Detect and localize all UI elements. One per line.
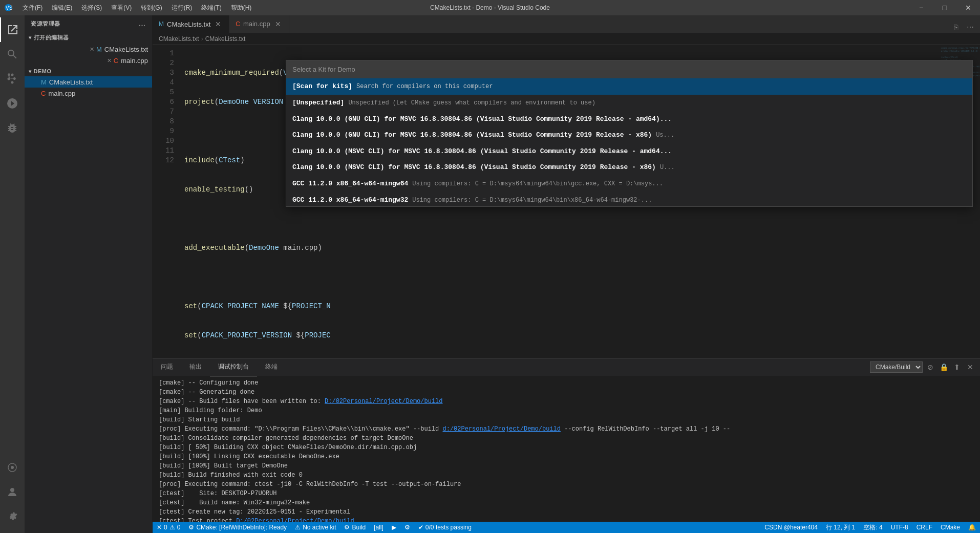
panel-line-10: [build] [100%] Built target DemoOne: [159, 461, 974, 471]
minimize-button[interactable]: −: [909, 0, 933, 15]
close-cpp-icon[interactable]: ✕: [105, 56, 114, 65]
panel-close-icon[interactable]: ✕: [965, 361, 976, 373]
status-csdn[interactable]: CSDN @heater404: [760, 522, 822, 533]
panel-lock-icon[interactable]: 🔒: [938, 361, 949, 373]
activity-debug[interactable]: [0, 91, 25, 116]
build-cmd-link[interactable]: d:/02Personal/Project/Demo/build: [443, 425, 561, 433]
tests-label: 0/0 tests passing: [425, 524, 472, 531]
kit-item-gcc-mingw64[interactable]: GCC 11.2.0 x86_64-w64-mingw64 Using comp…: [286, 176, 972, 192]
activity-remote[interactable]: [0, 455, 25, 480]
kit-item-clang-msvc-x86[interactable]: Clang 10.0.0 (MSVC CLI) for MSVC 16.8.30…: [286, 159, 972, 176]
open-cmake-name: CMakeLists.txt: [104, 46, 148, 53]
close-button[interactable]: ✕: [956, 0, 980, 15]
panel-line-7: [build] Consolidate compiler generated d…: [159, 434, 974, 443]
panel-maximize-icon[interactable]: ⬆: [951, 361, 963, 373]
status-run[interactable]: ▶: [388, 522, 400, 533]
menu-select[interactable]: 选择(S): [77, 2, 106, 14]
no-kit-icon: ⚠: [295, 524, 301, 531]
kit-item-scan[interactable]: [Scan for kits] Search for compilers on …: [286, 78, 972, 95]
demo-cmake-name: CMakeLists.txt: [49, 78, 93, 86]
breadcrumb-item-1[interactable]: CMakeLists.txt: [159, 35, 199, 42]
tab-bar-actions: ⎘ ⋯: [946, 22, 980, 33]
menu-view[interactable]: 查看(V): [107, 2, 136, 14]
code-editor[interactable]: 1 2 3 4 5 6 7 8 9 10 11 12 cmake_minimum…: [153, 45, 980, 358]
panel-tab-terminal[interactable]: 终端: [257, 358, 286, 376]
panel-line-16: [ctest] Test project D:/02Personal/Proje…: [159, 517, 974, 522]
tab-cmake-close[interactable]: ✕: [214, 19, 223, 29]
split-editor-icon[interactable]: ⎘: [950, 22, 962, 33]
open-file-cmake[interactable]: ✕ M CMakeLists.txt: [25, 44, 152, 55]
code-line-10: set(CPACK_PROJECT_VERSION ${PROJEC: [184, 331, 939, 340]
kit-search-input[interactable]: [286, 60, 972, 78]
demo-section-header[interactable]: ▾ DEMO: [25, 66, 152, 76]
menu-terminal[interactable]: 终端(T): [197, 2, 225, 14]
tab-cpp-close[interactable]: ✕: [273, 19, 283, 29]
activity-extensions[interactable]: [0, 116, 25, 140]
svg-text:VS: VS: [6, 5, 12, 11]
kit-clang-msvc-amd64-label: Clang 10.0.0 (MSVC CLI) for MSVC 16.8.30…: [292, 146, 672, 156]
activity-git[interactable]: [0, 67, 25, 91]
status-line-col[interactable]: 行 12, 列 1: [822, 522, 859, 533]
test-path-link[interactable]: D:/02Personal/Project/Demo/build: [236, 518, 354, 522]
status-tests[interactable]: ✔ 0/0 tests passing: [414, 522, 476, 533]
menu-goto[interactable]: 转到(G): [137, 2, 166, 14]
more-actions-icon[interactable]: ⋯: [965, 22, 976, 33]
panel-actions: CMake/Build ⊘ 🔒 ⬆ ✕: [866, 361, 980, 373]
status-no-kit[interactable]: ⚠ No active kit: [291, 522, 340, 533]
status-cmake[interactable]: ⚙ CMake: [RelWithDebInfo]: Ready: [184, 522, 291, 533]
tab-cpp[interactable]: C main.cpp ✕: [229, 15, 289, 33]
kit-scan-desc: Search for compilers on this computer: [356, 82, 493, 92]
menu-file[interactable]: 文件(F): [18, 2, 47, 14]
kit-item-gcc-mingw32[interactable]: GCC 11.2.0 x86_64-w64-mingw32 Using comp…: [286, 192, 972, 206]
status-line-ending[interactable]: CRLF: [912, 522, 936, 533]
menu-run[interactable]: 运行(R): [167, 2, 197, 14]
panel-clear-icon[interactable]: ⊘: [925, 361, 936, 373]
warning-count: 0: [177, 524, 181, 531]
panel-line-2: [cmake] -- Generating done: [159, 388, 974, 397]
kit-gcc-mingw32-desc: Using compilers: C = D:\msys64\mingw64\b…: [412, 196, 652, 205]
panel-tab-problems[interactable]: 问题: [153, 358, 181, 376]
build-path-link[interactable]: D:/02Personal/Project/Demo/build: [325, 398, 442, 405]
kit-item-clang-msvc-amd64[interactable]: Clang 10.0.0 (MSVC CLI) for MSVC 16.8.30…: [286, 143, 972, 159]
open-editors-header[interactable]: ▾ 打开的编辑器: [25, 32, 152, 44]
activity-settings[interactable]: [0, 504, 25, 529]
activity-explorer[interactable]: [0, 17, 25, 42]
activity-accounts[interactable]: [0, 480, 25, 504]
status-language[interactable]: CMake: [936, 522, 964, 533]
kit-item-clang-gnu-amd64[interactable]: Clang 10.0.0 (GNU CLI) for MSVC 16.8.308…: [286, 111, 972, 127]
menu-bar: 文件(F) 编辑(E) 选择(S) 查看(V) 转到(G) 运行(R) 终端(T…: [18, 2, 255, 14]
code-line-7: add_executable(DemoOne main.cpp): [184, 243, 939, 253]
breadcrumb-item-2[interactable]: CMakeLists.txt: [205, 35, 246, 42]
kit-item-clang-gnu-x86[interactable]: Clang 10.0.0 (GNU CLI) for MSVC 16.8.308…: [286, 127, 972, 143]
new-file-icon[interactable]: …: [139, 19, 146, 28]
menu-help[interactable]: 帮助(H): [227, 2, 256, 14]
status-encoding[interactable]: UTF-8: [887, 522, 912, 533]
demo-file-cmake[interactable]: M CMakeLists.txt: [25, 76, 152, 88]
tab-bar: M CMakeLists.txt ✕ C main.cpp ✕ ⎘ ⋯: [153, 15, 980, 33]
kit-unspecified-desc: Unspecified (Let CMake guess what compil…: [348, 98, 595, 108]
open-file-cpp[interactable]: ✕ C main.cpp: [25, 55, 152, 66]
editor-area: M CMakeLists.txt ✕ C main.cpp ✕ ⎘ ⋯ CMak…: [153, 15, 980, 533]
status-settings-icon[interactable]: ⚙: [400, 522, 414, 533]
code-line-6: [184, 214, 939, 224]
demo-file-cpp[interactable]: C main.cpp: [25, 88, 152, 99]
kit-item-unspecified[interactable]: [Unspecified] Unspecified (Let CMake gue…: [286, 95, 972, 111]
menu-edit[interactable]: 编辑(E): [48, 2, 76, 14]
status-spaces[interactable]: 空格: 4: [859, 522, 886, 533]
sidebar: 资源管理器 … ▾ 打开的编辑器 ✕ M CMakeLists.txt ✕ C …: [25, 15, 153, 533]
panel-line-3: [cmake] -- Build files have been written…: [159, 397, 974, 406]
panel-tab-output[interactable]: 输出: [181, 358, 210, 376]
status-build-config[interactable]: [all]: [370, 522, 388, 533]
activity-search[interactable]: [0, 42, 25, 67]
maximize-button[interactable]: □: [933, 0, 956, 15]
status-build[interactable]: ⚙ Build: [340, 522, 370, 533]
output-source-select[interactable]: CMake/Build: [870, 361, 923, 373]
panel-tab-debug[interactable]: 调试控制台: [210, 358, 257, 376]
status-errors[interactable]: ✕ 0 ⚠ 0: [153, 522, 184, 533]
status-notification-icon[interactable]: 🔔: [964, 522, 980, 533]
tab-cmake[interactable]: M CMakeLists.txt ✕: [153, 15, 229, 33]
cmake-icon: ⚙: [188, 524, 194, 531]
svg-point-4: [10, 488, 14, 492]
cmake-status: CMake: [RelWithDebInfo]: Ready: [196, 524, 287, 531]
close-cmake-icon[interactable]: ✕: [88, 45, 96, 53]
